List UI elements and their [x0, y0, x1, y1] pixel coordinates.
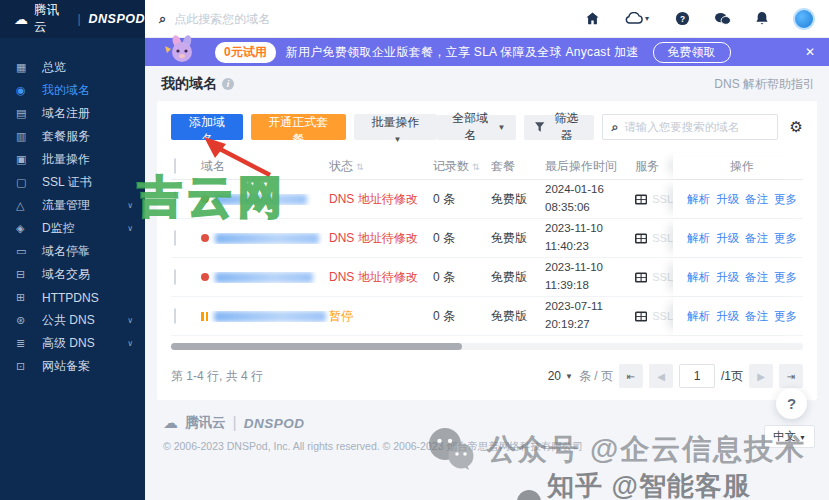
upgrade-link[interactable]: 升级	[716, 231, 739, 246]
chevron-down-icon: ∨	[127, 224, 133, 233]
pagination: 第 1-4 行, 共 4 行 20▼ 条 / 页 ⇤ ◀ /1页 ▶ ⇥	[171, 364, 803, 388]
buy-plan-button[interactable]: 开通正式套餐	[251, 114, 346, 140]
footer-tencent: 腾讯云	[185, 414, 226, 432]
chevron-down-icon: ∨	[127, 339, 133, 348]
remark-link[interactable]: 备注	[745, 231, 768, 246]
table-header: 域名 状态⇅ 记录数⇅ 套餐 最后操作时间 服务 操作	[171, 153, 803, 180]
status-text: DNS 地址待修改	[329, 269, 433, 286]
chevron-down-icon: ∨	[127, 201, 133, 210]
domain-search-input[interactable]	[624, 121, 764, 133]
global-search-input[interactable]	[174, 12, 374, 26]
global-search[interactable]: ⌕	[159, 11, 419, 27]
floating-help-button[interactable]: ?	[776, 388, 807, 419]
row-checkbox[interactable]	[174, 191, 176, 207]
remark-link[interactable]: 备注	[745, 270, 768, 285]
row-checkbox[interactable]	[174, 230, 176, 246]
sidebar-item-d-monitor[interactable]: ◈D监控∨	[0, 217, 145, 240]
service-grid-icon[interactable]	[635, 271, 647, 284]
help-icon[interactable]: ?	[673, 10, 691, 28]
prev-page-button[interactable]: ◀	[649, 364, 673, 388]
scrollbar-thumb[interactable]	[171, 343, 462, 350]
batch-ops-button[interactable]: 批量操作▼	[354, 114, 437, 140]
more-link[interactable]: 更多	[774, 192, 797, 207]
ssl-label: SSL	[652, 271, 673, 283]
page-number-input[interactable]	[679, 364, 715, 388]
language-button[interactable]: 中文▼	[764, 425, 815, 448]
sidebar-item-batch-ops[interactable]: ▣批量操作	[0, 148, 145, 171]
sidebar-item-ssl-cert[interactable]: ▢SSL 证书	[0, 171, 145, 194]
brand-logo[interactable]: ☁ 腾讯云 | DNSPOD	[0, 0, 145, 38]
more-link[interactable]: 更多	[774, 231, 797, 246]
sidebar-item-domain-register[interactable]: ▤域名注册	[0, 102, 145, 125]
resolve-link[interactable]: 解析	[687, 309, 710, 324]
user-avatar[interactable]	[793, 8, 815, 30]
sidebar-item-domain-trade[interactable]: ⊟域名交易	[0, 263, 145, 286]
bell-icon[interactable]	[753, 10, 771, 28]
gear-icon[interactable]: ⚙	[790, 118, 803, 136]
sidebar-item-icp-filing[interactable]: ⊡网站备案	[0, 355, 145, 378]
page-size-select[interactable]: 20▼	[548, 369, 573, 383]
next-page-icon: ▶	[757, 371, 765, 382]
next-page-button[interactable]: ▶	[749, 364, 773, 388]
row-checkbox[interactable]	[174, 308, 176, 324]
horizontal-scrollbar	[171, 343, 803, 350]
service-grid-icon[interactable]	[635, 193, 647, 206]
resolve-link[interactable]: 解析	[687, 270, 710, 285]
domain-scope-select[interactable]: 全部域名▼	[437, 115, 516, 140]
message-icon[interactable]	[713, 10, 731, 28]
add-domain-button[interactable]: 添加域名	[171, 114, 243, 140]
sidebar-item-public-dns[interactable]: ⊛公共 DNS∨	[0, 309, 145, 332]
first-page-button[interactable]: ⇤	[619, 364, 643, 388]
domain-cell	[201, 194, 329, 205]
globe-icon: ◉	[16, 84, 42, 97]
sidebar-item-advanced-dns[interactable]: ≣高级 DNS∨	[0, 332, 145, 355]
resolve-link[interactable]: 解析	[687, 231, 710, 246]
resolve-link[interactable]: 解析	[687, 192, 710, 207]
banner-close-icon[interactable]: ✕	[805, 45, 815, 59]
domain-redacted[interactable]	[215, 194, 307, 205]
domain-cell	[201, 233, 329, 244]
sidebar-item-httpdns[interactable]: ⊞HTTPDNS	[0, 286, 145, 309]
ssl-label: SSL	[652, 310, 673, 322]
language-label: 中文	[773, 430, 796, 442]
claim-free-button[interactable]: 免费领取	[653, 42, 731, 63]
sidebar-item-overview[interactable]: ▦总览	[0, 56, 145, 79]
more-link[interactable]: 更多	[774, 270, 797, 285]
domain-redacted[interactable]	[214, 311, 326, 322]
last-page-button[interactable]: ⇥	[779, 364, 803, 388]
page-header: 我的域名 i DNS 解析帮助指引	[145, 66, 829, 101]
batch-ops-label: 批量操作	[371, 115, 419, 129]
dns-help-link[interactable]: DNS 解析帮助指引	[714, 76, 815, 93]
select-all-checkbox[interactable]	[174, 158, 176, 174]
sidebar-item-domain-parking[interactable]: ▭域名停靠	[0, 240, 145, 263]
upgrade-link[interactable]: 升级	[716, 270, 739, 285]
remark-link[interactable]: 备注	[745, 309, 768, 324]
domain-cell	[201, 272, 329, 283]
remark-link[interactable]: 备注	[745, 192, 768, 207]
trial-badge: 0元试用	[215, 42, 276, 63]
sidebar-item-my-domains[interactable]: ◉我的域名	[0, 79, 145, 102]
service-grid-icon[interactable]	[635, 232, 647, 245]
more-link[interactable]: 更多	[774, 309, 797, 324]
service-grid-icon[interactable]	[635, 310, 647, 323]
sidebar-item-traffic[interactable]: △流量管理∨	[0, 194, 145, 217]
search-icon: ⌕	[611, 120, 618, 134]
toolbar-right: 全部域名▼ 筛选器 ⌕ ⚙	[437, 114, 803, 140]
console-cloud-icon[interactable]: ▾	[623, 10, 651, 28]
total-pages-label: /1页	[721, 368, 743, 385]
footer-brand: ☁ 腾讯云 | DNSPOD	[163, 414, 825, 432]
domain-redacted[interactable]	[215, 233, 319, 244]
domain-redacted[interactable]	[215, 272, 313, 283]
info-icon[interactable]: i	[222, 78, 234, 90]
filter-button[interactable]: 筛选器	[524, 115, 594, 140]
upgrade-link[interactable]: 升级	[716, 192, 739, 207]
upgrade-link[interactable]: 升级	[716, 309, 739, 324]
service-cell: SSL	[635, 193, 673, 206]
row-checkbox[interactable]	[174, 269, 176, 285]
sort-icon[interactable]: ⇅	[472, 162, 480, 172]
sort-icon[interactable]: ⇅	[356, 162, 364, 172]
domain-search[interactable]: ⌕	[602, 114, 777, 140]
sidebar-item-plan-service[interactable]: ▥套餐服务	[0, 125, 145, 148]
chevron-down-icon: ∨	[127, 316, 133, 325]
home-icon[interactable]	[583, 10, 601, 28]
